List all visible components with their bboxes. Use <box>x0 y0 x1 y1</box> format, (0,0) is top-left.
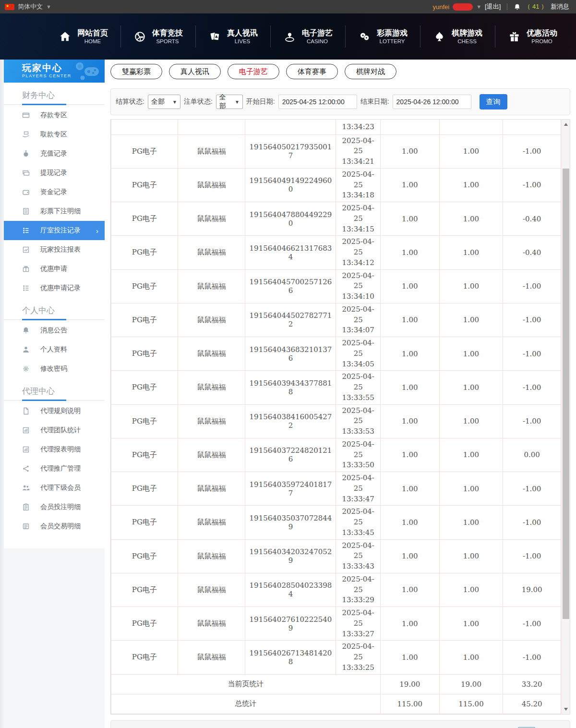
sidebar-item-0-6[interactable]: 厅室投注记录› <box>4 221 105 240</box>
nav-item-lottery[interactable]: 彩票游戏LOTTERY <box>346 25 420 48</box>
bet-date: 2025-04-25 <box>338 372 378 393</box>
sidebar-item-label: 代理推广管理 <box>40 464 81 473</box>
logout-button[interactable]: [退出] <box>485 2 501 11</box>
bet-date: 2025-04-25 <box>338 170 378 191</box>
bell-icon[interactable] <box>514 3 521 11</box>
sidebar-item-1-1[interactable]: 个人资料 <box>4 340 105 359</box>
sidebar-item-label: 代理报表明细 <box>40 445 81 454</box>
end-date-input[interactable] <box>393 95 471 109</box>
sidebar-item-0-5[interactable]: 彩票下注明细 <box>4 202 105 221</box>
chevron-down-icon[interactable]: ▼ <box>476 4 481 10</box>
cell-order-no: 1915640478804492290 <box>245 202 336 236</box>
sidebar-item-2-0[interactable]: 代理规则说明 <box>4 401 105 421</box>
table-row: PG电子鼠鼠福福19156403597240181772025-04-2513:… <box>111 472 561 506</box>
sidebar-item-0-1[interactable]: 取款专区 <box>4 125 105 144</box>
cell-valid-amount: 1.00 <box>439 269 503 303</box>
cell-winloss: -1.00 <box>503 506 561 539</box>
bet-time: 13:33:53 <box>338 426 378 437</box>
table-row: PG电子鼠鼠福福19156405021793500172025-04-2513:… <box>111 134 561 168</box>
tab-4[interactable]: 棋牌对战 <box>345 64 396 79</box>
cell-game: 鼠鼠福福 <box>178 134 245 168</box>
bet-date: 2025-04-25 <box>338 203 378 224</box>
filter-bar: 结算状态: 全部▼ 注单状态: 全部▼ 开始日期: 结束日期: 查询 <box>110 88 570 115</box>
cell-platform: PG电子 <box>111 303 178 337</box>
language-selector[interactable]: 简体中文 <box>18 2 43 11</box>
sidebar-item-0-4[interactable]: 资金记录 <box>4 182 105 202</box>
nav-item-chess[interactable]: 棋牌游戏CHESS <box>420 25 495 48</box>
sidebar-item-0-8[interactable]: 优惠申请 <box>4 259 105 279</box>
tab-1[interactable]: 真人视讯 <box>169 64 221 79</box>
nav-item-promo[interactable]: 优惠活动PROMO <box>495 25 570 48</box>
sidebar-item-2-1[interactable]: 代理团队统计 <box>4 421 105 440</box>
cell-datetime: 2025-04-2513:34:10 <box>336 269 380 303</box>
cell-datetime: 2025-04-2513:34:12 <box>336 236 380 269</box>
message-count[interactable]: （ 41 ） <box>524 2 547 11</box>
table-row: PG电子鼠鼠福福19156404662131768342025-04-2513:… <box>111 236 561 269</box>
sidebar-item-label: 个人资料 <box>40 345 67 354</box>
cell-platform: PG电子 <box>111 168 178 202</box>
sidebar-item-1-0[interactable]: 消息公告 <box>4 321 105 340</box>
roulette-icon <box>283 30 296 43</box>
scrollbar-down-arrow[interactable] <box>562 705 570 713</box>
cell-valid-amount: 1.00 <box>439 607 503 641</box>
list-icon <box>22 284 30 292</box>
cell-datetime: 2025-04-2513:33:50 <box>336 438 380 472</box>
nav-label-en: LIVES <box>235 38 251 45</box>
chevron-down-icon[interactable]: ▼ <box>46 4 51 10</box>
scrollbar-thumb[interactable] <box>563 169 569 619</box>
cell-valid-amount: 1.00 <box>439 472 503 506</box>
sidebar-item-2-3[interactable]: 代理推广管理 <box>4 459 105 478</box>
nav-item-sports[interactable]: 体育竞技SPORTS <box>121 25 196 48</box>
players-center-header: 玩家中心 PLAYERS CENTER <box>4 60 105 83</box>
cell-valid-amount: 1.00 <box>439 371 503 404</box>
bet-date: 2025-04-25 <box>338 237 378 258</box>
cell-game: 鼠鼠福福 <box>178 371 245 404</box>
table-cell <box>439 120 503 134</box>
sidebar-item-0-7[interactable]: 玩家投注报表 <box>4 240 105 259</box>
table-scrollbar[interactable] <box>561 120 570 714</box>
tab-0[interactable]: 雙赢彩票 <box>110 64 162 79</box>
pagination-bar: 每页显示20条 共116条 首页上一页[1][2][3][4][5]...[6]… <box>110 720 570 728</box>
start-date-input[interactable] <box>278 95 357 109</box>
cell-bet-amount: 1.00 <box>380 573 439 607</box>
sidebar-section-title: 代理中心 <box>4 378 105 400</box>
cell-winloss: -1.00 <box>503 404 561 438</box>
order-status-select[interactable]: 全部▼ <box>216 95 243 109</box>
tab-2[interactable]: 电子游艺 <box>228 64 279 79</box>
cell-datetime: 2025-04-2513:33:29 <box>336 573 380 607</box>
sidebar-item-2-6[interactable]: 会员交易明细 <box>4 517 105 536</box>
settle-status-select[interactable]: 全部▼ <box>148 95 180 109</box>
search-button[interactable]: 查询 <box>480 94 507 109</box>
cell-winloss: -1.00 <box>503 303 561 337</box>
bet-time: 13:33:47 <box>338 494 378 505</box>
sidebar-item-0-0[interactable]: 存款专区 <box>4 106 105 125</box>
sidebar-item-2-5[interactable]: 会员投注明细 <box>4 497 105 517</box>
chart-icon <box>22 246 30 254</box>
sidebar-item-2-2[interactable]: 代理报表明细 <box>4 440 105 459</box>
sidebar-item-0-2[interactable]: 充值记录 <box>4 144 105 163</box>
cell-valid-amount: 1.00 <box>439 337 503 371</box>
table-cell <box>503 120 561 134</box>
new-messages-link[interactable]: 新消息 <box>551 2 569 11</box>
sidebar-item-label: 消息公告 <box>40 326 67 335</box>
sidebar-menu: 财务中心存款专区取款专区充值记录提现记录资金记录彩票下注明细厅室投注记录›玩家投… <box>4 83 105 548</box>
cell-bet-amount: 1.00 <box>380 404 439 438</box>
bet-time: 13:33:27 <box>338 629 378 640</box>
sidebar-item-label: 代理规则说明 <box>40 407 81 415</box>
nav-item-home[interactable]: 网站首页HOME <box>46 25 121 48</box>
tab-3[interactable]: 体育赛事 <box>286 64 338 79</box>
sidebar-item-0-3[interactable]: 提现记录 <box>4 163 105 182</box>
settle-status-label: 结算状态: <box>116 97 144 106</box>
cell-game: 鼠鼠福福 <box>178 404 245 438</box>
sidebar-item-0-9[interactable]: 优惠申请记录 <box>4 279 105 298</box>
nav-item-casino[interactable]: 电子游艺CASINO <box>271 25 346 48</box>
nav-label-zh: 优惠活动 <box>527 28 557 38</box>
scrollbar-up-arrow[interactable] <box>562 121 570 128</box>
sidebar-item-1-2[interactable]: 修改密码 <box>4 359 105 378</box>
people-icon <box>22 484 30 492</box>
cell-platform: PG电子 <box>111 236 178 269</box>
sidebar-item-2-4[interactable]: 代理下级会员 <box>4 478 105 497</box>
bet-date: 2025-04-25 <box>338 136 378 157</box>
sidebar-item-label: 提现记录 <box>40 169 67 177</box>
nav-item-lives[interactable]: 真人视讯LIVES <box>196 25 271 48</box>
